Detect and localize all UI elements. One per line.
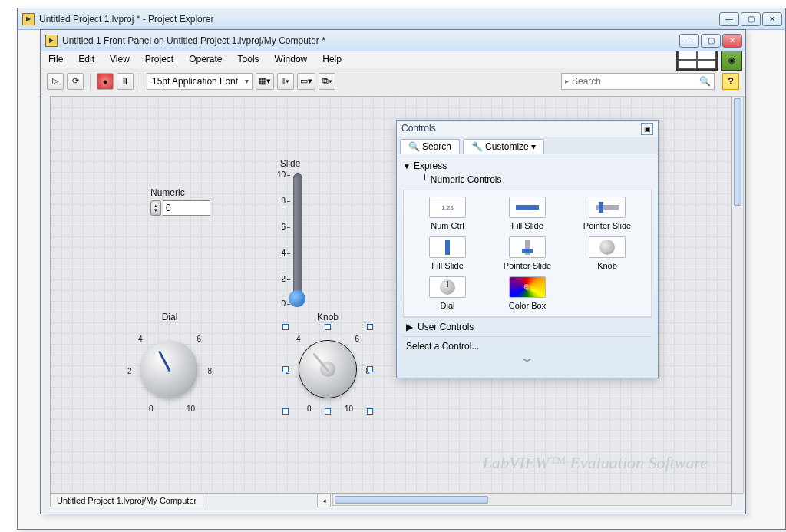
- expand-icon: ▶: [406, 322, 413, 332]
- run-marker-icon: ▸: [565, 77, 569, 85]
- reorder-button[interactable]: ⧉▾: [319, 73, 335, 90]
- front-panel-window: Untitled 1 Front Panel on Untitled Proje…: [40, 29, 746, 514]
- palette-pin-button[interactable]: ▣: [641, 123, 653, 135]
- palette-item-knob[interactable]: Knob: [570, 236, 645, 270]
- menu-edit[interactable]: Edit: [71, 51, 102, 68]
- palette-item-color-box[interactable]: 🎨Color Box: [490, 276, 565, 310]
- vi-icon[interactable]: ◈: [721, 49, 742, 71]
- minimize-button[interactable]: —: [719, 12, 739, 26]
- menu-file[interactable]: File: [41, 51, 71, 68]
- front-panel-titlebar: Untitled 1 Front Panel on Untitled Proje…: [41, 30, 745, 51]
- palette-item-pointer-slide-v[interactable]: Pointer Slide: [490, 236, 565, 270]
- toolbar-search[interactable]: ▸ 🔍: [561, 73, 715, 90]
- palette-select-control[interactable]: Select a Control...: [403, 336, 652, 355]
- maximize-button[interactable]: ▢: [741, 12, 761, 26]
- horizontal-scrollbar[interactable]: [332, 494, 732, 506]
- status-tab-nav[interactable]: ◂: [317, 494, 331, 507]
- palette-category-express[interactable]: ▼ Express: [403, 157, 652, 174]
- run-button[interactable]: ▷: [47, 73, 64, 90]
- maximize-button[interactable]: ▢: [701, 34, 721, 48]
- slide-track[interactable]: [293, 173, 302, 304]
- minimize-button[interactable]: —: [679, 34, 699, 48]
- scrollbar-thumb[interactable]: [734, 98, 741, 206]
- run-continuous-button[interactable]: ⟳: [67, 73, 84, 90]
- palette-item-fill-slide-h[interactable]: Fill Slide: [490, 197, 565, 230]
- status-path-tab[interactable]: Untitled Project 1.lvproj/My Computer: [50, 494, 203, 507]
- selection-handle[interactable]: [367, 408, 373, 415]
- slide-tick: 8: [267, 197, 290, 205]
- menu-bar: File Edit View Project Operate Tools Win…: [41, 51, 745, 68]
- pause-button[interactable]: II: [117, 73, 134, 90]
- selection-handle[interactable]: [367, 366, 373, 372]
- dial-tick: 10: [187, 405, 195, 413]
- selection-handle[interactable]: [282, 324, 289, 330]
- labview-icon: [22, 13, 35, 25]
- menu-help[interactable]: Help: [315, 51, 349, 68]
- palette-subcategory: └ Numeric Controls: [403, 174, 652, 190]
- front-panel-canvas[interactable]: Numeric ▴▾ Slide 10 8 6 4 2 0 Dial: [50, 96, 732, 494]
- numeric-control[interactable]: Numeric ▴▾: [150, 187, 210, 216]
- dial-tick: 4: [138, 335, 143, 343]
- palette-search-tab[interactable]: 🔍Search: [400, 139, 460, 154]
- dial-tick: 8: [207, 367, 212, 375]
- knob-tick: 10: [345, 405, 353, 413]
- close-button[interactable]: ✕: [762, 12, 782, 26]
- vertical-scrollbar[interactable]: [732, 96, 744, 494]
- palette-item-dial[interactable]: Dial: [410, 276, 485, 310]
- numeric-label: Numeric: [150, 187, 210, 198]
- dial-control[interactable]: Dial 0 2 4 6 8 10: [127, 312, 212, 411]
- abort-button[interactable]: ●: [97, 73, 114, 90]
- search-input[interactable]: [572, 76, 699, 87]
- font-selector[interactable]: 15pt Application Font: [147, 73, 253, 90]
- distribute-button[interactable]: ⫴▾: [277, 73, 294, 90]
- separator: [90, 73, 91, 90]
- slide-tick: 10: [267, 170, 290, 179]
- numeric-spinner[interactable]: ▴▾: [150, 200, 161, 216]
- collapse-icon: ▼: [403, 162, 411, 170]
- slide-tick: 2: [267, 275, 290, 283]
- slide-tick: 4: [267, 249, 290, 257]
- slide-control[interactable]: Slide 10 8 6 4 2 0: [267, 158, 313, 307]
- palette-item-fill-slide-v[interactable]: Fill Slide: [410, 236, 485, 270]
- menu-window[interactable]: Window: [267, 51, 315, 68]
- selection-handle[interactable]: [325, 408, 331, 415]
- menu-view[interactable]: View: [102, 51, 137, 68]
- search-icon: 🔍: [408, 141, 420, 152]
- palette-tabs: 🔍Search 🔧Customize▾: [397, 137, 658, 154]
- palette-title-text: Controls: [401, 123, 436, 137]
- selection-handle[interactable]: [325, 324, 331, 330]
- slide-label: Slide: [267, 158, 313, 169]
- slide-thumb[interactable]: [289, 290, 305, 307]
- project-explorer-titlebar: Untitled Project 1.lvproj * - Project Ex…: [18, 8, 785, 30]
- palette-title[interactable]: Controls ▣: [397, 121, 658, 137]
- palette-user-controls[interactable]: ▶User Controls: [403, 317, 652, 336]
- menu-operate[interactable]: Operate: [181, 51, 230, 68]
- selection-handle[interactable]: [282, 366, 289, 372]
- selection-handle[interactable]: [282, 408, 289, 415]
- knob-tick: 0: [307, 405, 312, 413]
- menu-tools[interactable]: Tools: [230, 51, 267, 68]
- numeric-input[interactable]: [163, 200, 210, 216]
- menu-project[interactable]: Project: [137, 51, 181, 68]
- slide-tick: 6: [267, 223, 290, 231]
- knob-control[interactable]: Knob 0 2 4 6 8 10: [286, 312, 370, 411]
- align-button[interactable]: ▦▾: [256, 73, 274, 90]
- selection-handle[interactable]: [367, 324, 373, 330]
- palette-customize-tab[interactable]: 🔧Customize▾: [463, 139, 544, 154]
- context-help-button[interactable]: ?: [722, 73, 739, 90]
- separator: [140, 73, 140, 90]
- scrollbar-thumb[interactable]: [335, 496, 488, 504]
- panel-pattern-icon[interactable]: [676, 49, 718, 71]
- palette-item-pointer-slide-h[interactable]: Pointer Slide: [570, 197, 645, 230]
- watermark: LabVIEW™ Evaluation Software: [483, 453, 708, 473]
- resize-button[interactable]: ▭▾: [297, 73, 315, 90]
- front-panel-title: Untitled 1 Front Panel on Untitled Proje…: [62, 35, 678, 46]
- dial-label: Dial: [127, 312, 212, 322]
- labview-icon: [45, 35, 58, 47]
- knob-label: Knob: [286, 312, 370, 322]
- palette-more-icon[interactable]: ︾: [403, 355, 652, 372]
- close-button[interactable]: ✕: [722, 34, 742, 48]
- palette-item-num-ctrl[interactable]: 1.23Num Ctrl: [410, 197, 485, 230]
- controls-palette[interactable]: Controls ▣ 🔍Search 🔧Customize▾ ▼ Express…: [396, 120, 659, 378]
- slide-tick: 0: [267, 299, 290, 308]
